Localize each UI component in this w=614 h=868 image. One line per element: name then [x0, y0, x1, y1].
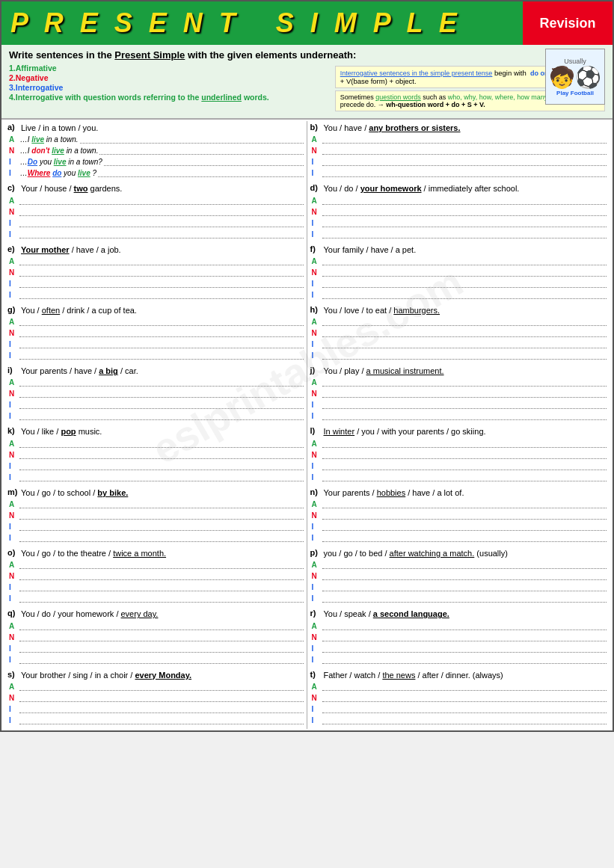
ex-letter-n: n): [310, 487, 321, 496]
ex-letter-c: c): [7, 183, 18, 192]
exercise-c: c) Your / house / two gardens. A N I I: [4, 182, 307, 242]
right-column: b) You / have / any brothers or sisters.…: [307, 121, 610, 729]
ex-letter-t: t): [310, 670, 321, 679]
exercise-k: k) You / like / pop music. A N I I: [4, 425, 307, 485]
exercise-l: l) In winter / you / with your parents /…: [307, 425, 610, 485]
ex-prompt-g: You / often / drink / a cup of tea.: [21, 305, 137, 316]
ex-letter-g: g): [7, 305, 18, 314]
ex-letter-r: r): [310, 609, 321, 618]
ans-fill-a-int: …Do you live in a town?: [18, 158, 102, 166]
ex-prompt-r: You / speak / a second language.: [324, 609, 449, 619]
ans-a-int2: I …Where do you live ?: [9, 167, 304, 179]
ex-prompt-k: You / like / pop music.: [21, 426, 102, 437]
ex-letter-e: e): [7, 244, 18, 253]
ex-prompt-s: Your brother / sing / in a choir / every…: [21, 670, 191, 680]
ex-letter-a: a): [7, 123, 18, 132]
header: P R E S E N T S I M P L E Revision: [1, 1, 613, 45]
ex-prompt-b: You / have / any brothers or sisters.: [324, 123, 461, 133]
ans-letter-I: I: [9, 158, 18, 166]
ans-fill-a-neg: …I don't live in a town.: [18, 147, 98, 155]
page: P R E S E N T S I M P L E Revision Write…: [0, 0, 614, 732]
ex-prompt-l: In winter / you / with your parents / go…: [324, 426, 486, 437]
main-title: P R E S E N T S I M P L E: [10, 7, 514, 39]
ans-a-int: I …Do you live in a town?: [9, 156, 304, 167]
ex-prompt-f: Your family / have / a pet.: [324, 244, 417, 255]
instructions-title: Write sentences in the Present Simple wi…: [9, 49, 605, 61]
ans-dots: [104, 159, 304, 166]
ex-prompt-n: Your parents / hobbies / have / a lot of…: [324, 487, 464, 498]
exercise-h: h) You / love / to eat / hamburgers. A N…: [307, 304, 610, 364]
exercise-g: g) You / often / drink / a cup of tea. A…: [4, 304, 307, 364]
exercise-p: p) you / go / to bed / after watching a …: [307, 547, 610, 607]
ans-dots: [99, 148, 303, 155]
ex-letter-l: l): [310, 426, 321, 435]
left-column: a) Live / in a town / you. A …I live in …: [4, 121, 307, 729]
exercise-r: r) You / speak / a second language. A N …: [307, 607, 610, 668]
exercise-i: i) Your parents / have / a big / car. A …: [4, 364, 307, 425]
ex-prompt-m: You / go / to school / by bike.: [21, 487, 128, 498]
exercise-e: e) Your mother / have / a job. A N I I: [4, 243, 307, 304]
ans-letter-A: A: [9, 135, 18, 144]
ex-letter-o: o): [7, 548, 18, 557]
ex-prompt-t: Father / watch / the news / after / dinn…: [324, 670, 503, 680]
usually-text: Usually: [564, 58, 586, 65]
ex-prompt-i: Your parents / have / a big / car.: [21, 366, 138, 376]
ex-letter-q: q): [7, 609, 18, 618]
exercise-s: s) Your brother / sing / in a choir / ev…: [4, 668, 307, 729]
exercise-grid: a) Live / in a town / you. A …I live in …: [1, 120, 613, 730]
ex-letter-j: j): [310, 366, 321, 375]
num-item-2: 2.Negative: [9, 73, 269, 82]
ex-prompt-d: You / do / your homework / immediately a…: [324, 183, 520, 194]
ex-prompt-q: You / do / your homework / every day.: [21, 609, 158, 619]
num-item-3: 3.Interrogative: [9, 83, 269, 92]
present-simple-text: Present Simple: [114, 49, 185, 61]
exercise-f: f) Your family / have / a pet. A N I I: [307, 243, 610, 304]
exercise-b: b) You / have / any brothers or sisters.…: [307, 121, 610, 182]
ex-letter-m: m): [7, 487, 18, 496]
ex-letter-h: h): [310, 305, 321, 314]
ex-letter-b: b): [310, 123, 321, 132]
ex-prompt-j: You / play / a musical instrument.: [324, 366, 444, 376]
exercise-a: a) Live / in a town / you. A …I live in …: [4, 121, 307, 182]
ex-letter-s: s): [7, 670, 18, 679]
ex-prompt-h: You / love / to eat / hamburgers.: [324, 305, 440, 316]
ex-prompt-o: You / go / to the theatre / twice a mont…: [21, 548, 166, 558]
revision-label: Revision: [539, 16, 595, 31]
play-football-label: Play Football: [556, 90, 594, 96]
exercise-m: m) You / go / to school / by bike. A N I…: [4, 486, 307, 547]
decorative-image: Usually 🧒⚽ Play Football: [545, 49, 605, 105]
ex-prompt-e: Your mother / have / a job.: [21, 244, 121, 255]
exercise-o: o) You / go / to the theatre / twice a m…: [4, 547, 307, 607]
ans-fill-a-affirm: …I live in a town.: [18, 135, 79, 144]
exercise-d: d) You / do / your homework / immediatel…: [307, 182, 610, 242]
num-item-1: 1.Affirmative: [9, 64, 269, 73]
title-area: P R E S E N T S I M P L E: [1, 1, 523, 45]
ans-fill-a-int2: …Where do you live ?: [18, 169, 96, 177]
ex-letter-p: p): [310, 548, 321, 557]
ans-a-neg: N …I don't live in a town.: [9, 145, 304, 156]
ex-prompt-a: Live / in a town / you.: [21, 123, 98, 133]
ex-prompt-p: you / go / to bed / after watching a mat…: [324, 548, 508, 558]
ans-a-affirm: A …I live in a town.: [9, 134, 304, 145]
exercise-q: q) You / do / your homework / every day.…: [4, 607, 307, 668]
person-icon: 🧒⚽: [549, 65, 601, 90]
exercise-j: j) You / play / a musical instrument. A …: [307, 364, 610, 425]
instructions-area: Write sentences in the Present Simple wi…: [1, 45, 613, 120]
ans-letter-I2: I: [9, 169, 18, 177]
ex-letter-d: d): [310, 183, 321, 192]
ans-letter-N: N: [9, 147, 18, 155]
ex-letter-k: k): [7, 426, 18, 435]
numbered-list: 1.Affirmative 2.Negative 3.Interrogative…: [9, 64, 269, 102]
num-item-4: 4.Interrogative with question words refe…: [9, 93, 269, 102]
exercise-n: n) Your parents / hobbies / have / a lot…: [307, 486, 610, 547]
ans-dots: [80, 137, 304, 144]
ans-dots: [98, 170, 303, 177]
ex-letter-i: i): [7, 366, 18, 375]
exercise-t: t) Father / watch / the news / after / d…: [307, 668, 610, 729]
ex-prompt-c: Your / house / two gardens.: [21, 183, 122, 194]
revision-box: Revision: [523, 1, 613, 45]
ex-letter-f: f): [310, 244, 321, 253]
